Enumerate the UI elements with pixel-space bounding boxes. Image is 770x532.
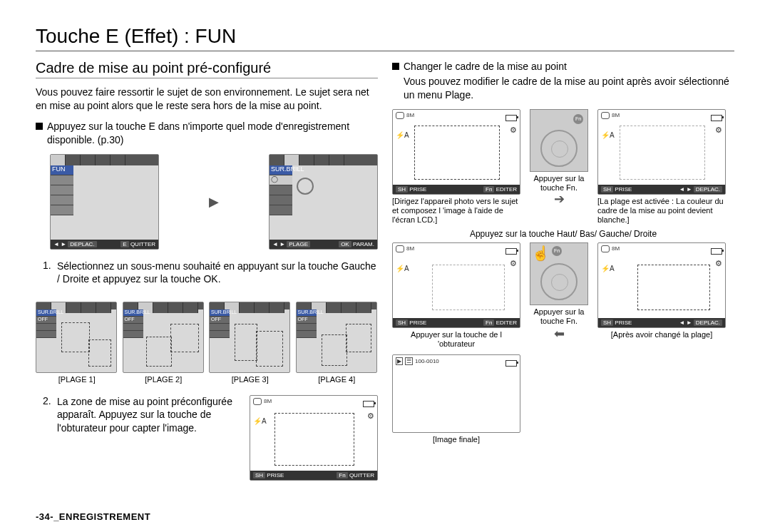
arrow-left-icon: ⬅: [525, 326, 593, 342]
fun-label: FUN: [51, 165, 73, 175]
fn-button-icon: Fn: [552, 246, 562, 256]
plage2-label: [PLAGE 2]: [123, 375, 205, 384]
lcd-shifted-frame: 8M ⚙ ⚡A SH PRISE Fn EDITER: [392, 242, 520, 328]
left-column: Cadre de mise au point pré-configuré Vou…: [36, 56, 378, 481]
cap-final: [Image finale]: [392, 435, 520, 444]
cap-after-change: [Après avoir changé la plage]: [597, 330, 726, 339]
lcd-final-image: ▶ ☰ 100-0010: [392, 354, 520, 433]
right-column: Changer le cadre de la mise au point Vou…: [392, 56, 734, 481]
hand-press-icon: ☝: [532, 245, 550, 262]
plage1-label: [PLAGE 1]: [36, 375, 118, 384]
step2-lcd: 8M ⚙ ⚡A SH PRISE Fn QUITTER: [250, 395, 378, 481]
camera-back-photo-2: Fn ☝: [530, 242, 588, 305]
cap-fn-1: Appuyer sur la touche Fn.: [525, 174, 593, 193]
lcd-tabs: [51, 155, 158, 165]
plage-row: SUR.BRILL OFF [PLAGE 1]: [36, 302, 378, 384]
plage2-thumb: SUR.BRILL OFF: [123, 302, 204, 373]
plage1-thumb: SUR.BRILL OFF: [36, 302, 117, 373]
plage4-thumb: SUR.BRILL OFF: [296, 302, 377, 373]
fn-button-icon: Fn: [573, 114, 583, 124]
cap-compose: [Dirigez l'appareil photo vers le sujet …: [392, 197, 520, 225]
intro-text: Vous pouvez faire ressortir le sujet de …: [36, 86, 378, 113]
cap-fn-2: Appuyer sur la touche Fn.: [525, 307, 593, 326]
cap-active: [La plage est activée : La couleur du ca…: [597, 197, 726, 225]
step1-text: Sélectionnez un sous-menu souhaité en ap…: [57, 260, 378, 287]
page-footer: -34-_ENREGISTREMENT: [36, 511, 150, 522]
camera-back-photo-1: Fn: [530, 109, 588, 172]
right-bullet-text: Vous pouvez modifier le cadre de la mise…: [404, 75, 734, 102]
step1-number: 1.: [43, 260, 53, 294]
lcd-active-frame: 8M ⚙ ⚡A SH PRISE ◄ ► DEPLAC.: [597, 109, 726, 195]
lcd-compose: 8M ⚙ ⚡A SH PRISE Fn EDITER: [392, 109, 520, 195]
lcd-menu-fun: FUN ◄ ► DEPLAC. E QUITTER: [50, 154, 159, 250]
hint-directions: Appuyez sur la touche Haut/ Bas/ Gauche/…: [392, 229, 734, 239]
arrow-right-icon: ▶: [209, 194, 219, 210]
arrow-right-icon: ➔: [525, 193, 593, 205]
step2-text: La zone de mise au point préconfigurée a…: [57, 395, 241, 436]
plage3-label: [PLAGE 3]: [209, 375, 292, 384]
lcd-menu-surbrill: SUR.BRILL ◯ ◄ ► PLAGE OK PARAM.: [269, 154, 378, 250]
section-heading: Cadre de mise au point pré-configuré: [36, 60, 378, 78]
bullet-e-instruction: Appuyez sur la touche E dans n'importe q…: [36, 120, 378, 154]
page-title: Touche E (Effet) : FUN: [36, 25, 734, 51]
lcd-after-change: 8M ⚙ ⚡A SH PRISE ◄ ► DEPLAC.: [597, 242, 726, 328]
cap-shutter: Appuyer sur la touche de l 'obturateur: [392, 330, 520, 349]
plage4-label: [PLAGE 4]: [296, 375, 379, 384]
right-bullet-title: Changer le cadre de la mise au point: [404, 60, 734, 73]
plage3-thumb: SUR.BRILL OFF: [209, 302, 290, 373]
step2-number: 2.: [43, 395, 53, 443]
image-id: 100-0010: [415, 358, 439, 364]
